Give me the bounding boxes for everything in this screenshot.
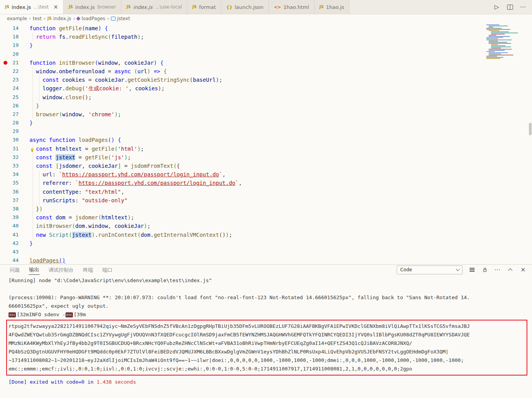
- output-line-warning-1: (process:10908): Pango-WARNING **: 20:10…: [9, 293, 527, 302]
- line-number[interactable]: 23: [0, 76, 19, 84]
- done-time: 1.438 seconds: [97, 379, 136, 385]
- code-line-29[interactable]: 29: [0, 127, 482, 136]
- code-line-41[interactable]: 41 new Script(jstext).runInContext(dom.g…: [0, 231, 482, 239]
- indent-guide: [33, 110, 33, 119]
- line-number[interactable]: 40: [0, 222, 19, 230]
- code-line-19[interactable]: 19}: [0, 41, 482, 50]
- tab-label: 1hao.html: [283, 4, 309, 10]
- line-number[interactable]: 18: [0, 33, 19, 41]
- code-line-33[interactable]: 33 const [jsdomer, cookieJar] = jsdomFro…: [0, 162, 482, 170]
- line-number[interactable]: 20: [0, 50, 19, 59]
- line-number[interactable]: 14: [0, 24, 19, 33]
- code-text: initBrowser(dom.window, cookieJar);: [29, 222, 482, 230]
- line-number[interactable]: 42: [0, 239, 19, 248]
- line-number[interactable]: 37: [0, 196, 19, 205]
- line-number[interactable]: 28: [0, 119, 19, 127]
- line-number[interactable]: 39: [0, 213, 19, 222]
- code-line-32[interactable]: 32 const jstext = getFile('js');: [0, 153, 482, 162]
- line-number[interactable]: 19: [0, 41, 19, 50]
- tab-1hao-html[interactable]: <>1hao.html: [269, 0, 314, 14]
- minimap-stripe: [486, 28, 502, 29]
- code-line-43[interactable]: 43: [0, 248, 482, 256]
- code-line-26[interactable]: 26 }: [0, 102, 482, 110]
- line-number[interactable]: 34: [0, 170, 19, 179]
- scrollbar-thumb[interactable]: [529, 123, 532, 135]
- line-number[interactable]: 33: [0, 162, 19, 170]
- code-line-24[interactable]: 24 logger.debug('生成cookie: ', cookies);: [0, 84, 482, 93]
- tab-index-js-browser[interactable]: JSindex.jsbrowser: [64, 0, 121, 14]
- line-number[interactable]: 41: [0, 231, 19, 239]
- close-panel-button[interactable]: ×: [520, 266, 527, 273]
- code-line-25[interactable]: 25 window.close();: [0, 93, 482, 102]
- tab-1hao-js[interactable]: JS1hao.js: [314, 0, 350, 14]
- code-line-35[interactable]: 35 referrer: `https://passport.yhd.com/p…: [0, 179, 482, 187]
- breadcrumb-item-jstext[interactable]: jstext: [111, 16, 130, 21]
- code-line-18[interactable]: 18 return fs.readFileSync(filepath);: [0, 33, 482, 41]
- code-line-40[interactable]: 40 initBrowser(dom.window, cookieJar);: [0, 222, 482, 230]
- maximize-panel-button[interactable]: [507, 266, 514, 273]
- line-number[interactable]: 35: [0, 179, 19, 187]
- minimap-stripe: [489, 53, 501, 54]
- line-number[interactable]: 29: [0, 127, 19, 136]
- code-editor[interactable]: 14function getFile(name) {18 return fs.r…: [0, 23, 532, 264]
- lock-scroll-button[interactable]: [481, 266, 488, 273]
- code-line-22[interactable]: 22 window.onbeforeunload = async (url) =…: [0, 67, 482, 76]
- minimap-line: [486, 44, 530, 45]
- line-number[interactable]: 24: [0, 84, 19, 93]
- line-number[interactable]: 38: [0, 205, 19, 213]
- split-editor-button[interactable]: [506, 3, 513, 10]
- code-line-39[interactable]: 39 const dom = jsdomer(htmltext);: [0, 213, 482, 222]
- line-number[interactable]: 43: [0, 248, 19, 256]
- code-line-30[interactable]: 30async function loadPages() {: [0, 136, 482, 144]
- output-line-ansi: esc[32mINFO sdenv -esc[39m: [9, 310, 527, 319]
- line-number[interactable]: 31: [0, 145, 19, 153]
- line-number[interactable]: 21: [0, 59, 19, 67]
- output-channel-select[interactable]: Code: [397, 265, 463, 274]
- code-line-27[interactable]: 27 browser(window, 'chrome');: [0, 110, 482, 119]
- breadcrumb-item-index-js[interactable]: JSindex.js: [47, 16, 71, 21]
- line-number[interactable]: 44: [0, 256, 19, 264]
- tab-index-js-use-local[interactable]: JSindex.js...\use-local: [121, 0, 187, 14]
- more-actions-button[interactable]: ⋯: [520, 3, 527, 10]
- tab-format[interactable]: JSformat: [187, 0, 221, 14]
- tab-launch-json[interactable]: {}launch.json: [221, 0, 269, 14]
- breadcrumb-item-loadpages[interactable]: loadPages: [77, 16, 105, 21]
- minimap-line: [486, 42, 530, 43]
- panel-tab-terminal[interactable]: 终端: [83, 265, 93, 275]
- code-line-42[interactable]: 42}: [0, 239, 482, 248]
- line-number[interactable]: 25: [0, 93, 19, 102]
- line-number[interactable]: 36: [0, 188, 19, 196]
- panel-more-button[interactable]: ⋯: [494, 266, 501, 273]
- code-line-14[interactable]: 14function getFile(name) {: [0, 24, 482, 33]
- panel-tab-debug-console[interactable]: 调试控制台: [48, 265, 74, 275]
- panel-tab-output[interactable]: 输出: [29, 265, 40, 275]
- code-line-20[interactable]: 20: [0, 50, 482, 59]
- code-line-34[interactable]: 34 url: `https://passport.yhd.com/passpo…: [0, 170, 482, 179]
- output-content[interactable]: [Running] node "d:\Code\JavaScript\env\s…: [0, 276, 532, 398]
- breadcrumb-item-test[interactable]: test: [33, 16, 41, 21]
- code-line-36[interactable]: 36 contentType: "text/html",: [0, 188, 482, 196]
- close-tab-icon[interactable]: ×: [54, 4, 59, 10]
- line-number[interactable]: 30: [0, 136, 19, 144]
- token: =: [105, 68, 114, 74]
- line-number[interactable]: 27: [0, 110, 19, 119]
- code-line-23[interactable]: 23 const cookies = cookieJar.getCookieSt…: [0, 76, 482, 84]
- code-line-31[interactable]: 31 const htmltext = getFile('html');: [0, 145, 482, 153]
- tab-index-js-test[interactable]: JSindex.js...\test×: [0, 0, 64, 14]
- code-line-21[interactable]: 21function initBrowser(window, cookieJar…: [0, 59, 482, 67]
- breadcrumb-item-example[interactable]: example: [7, 16, 27, 21]
- line-number[interactable]: 32: [0, 153, 19, 162]
- token: ;: [147, 223, 150, 229]
- run-button[interactable]: ▷: [493, 3, 500, 10]
- line-number[interactable]: 26: [0, 102, 19, 110]
- code-line-44[interactable]: 44loadPages(): [0, 256, 482, 264]
- breadcrumb-separator: ›: [107, 16, 109, 21]
- panel-tab-problems[interactable]: 问题: [9, 265, 20, 275]
- minimap[interactable]: [486, 24, 530, 59]
- line-number[interactable]: 22: [0, 67, 19, 76]
- code-line-37[interactable]: 37 runScripts: "outside-only": [0, 196, 482, 205]
- code-line-38[interactable]: 38 }): [0, 205, 482, 213]
- code-line-28[interactable]: 28}: [0, 119, 482, 127]
- clear-output-button[interactable]: [468, 266, 475, 273]
- panel-tab-ports[interactable]: 端口: [102, 265, 113, 275]
